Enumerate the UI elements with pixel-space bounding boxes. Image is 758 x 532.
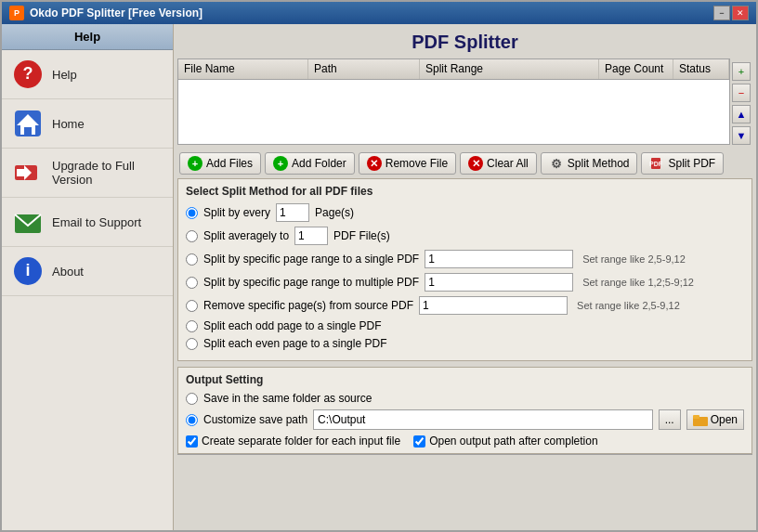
add-item-button[interactable]: +	[732, 62, 751, 81]
split-method-title: Select Split Method for all PDF files	[186, 185, 744, 198]
open-after-checkbox[interactable]	[413, 435, 425, 448]
add-files-label: Add Files	[206, 157, 253, 170]
output-path-input[interactable]	[313, 409, 653, 430]
add-folder-button[interactable]: + Add Folder	[265, 152, 355, 175]
folder-open-icon	[693, 413, 708, 426]
help-icon: ?	[13, 59, 43, 89]
toolbar: + Add Files + Add Folder ✕ Remove File ✕…	[177, 149, 752, 178]
split-single-radio[interactable]	[186, 253, 198, 266]
same-folder-row: Save in the same folder as source	[186, 392, 744, 405]
split-every-row: Split by every Page(s)	[186, 203, 744, 222]
window-title: Okdo PDF Splitter [Free Version]	[30, 6, 203, 19]
right-panel: PDF Splitter File Name Path Split Range …	[174, 24, 756, 530]
sidebar-item-upgrade[interactable]: Upgrade to Full Version	[2, 149, 173, 198]
title-bar: P Okdo PDF Splitter [Free Version] − ✕	[2, 2, 756, 24]
add-folder-label: Add Folder	[292, 157, 346, 170]
sidebar-help-label: Help	[52, 68, 77, 82]
home-icon	[13, 109, 43, 138]
customize-path-radio[interactable]	[186, 414, 198, 426]
split-average-suffix: PDF File(s)	[333, 229, 390, 242]
open-button[interactable]: Open	[686, 409, 744, 430]
svg-rect-13	[693, 415, 699, 419]
split-multiple-row: Split by specific page range to multiple…	[186, 273, 744, 292]
split-odd-radio[interactable]	[186, 320, 198, 332]
split-every-radio[interactable]	[186, 207, 198, 219]
split-pdf-label: Split PDF	[668, 157, 715, 170]
split-odd-label: Split each odd page to a single PDF	[203, 319, 381, 332]
split-even-row: Split each even page to a single PDF	[186, 337, 744, 350]
add-folder-icon: +	[273, 156, 288, 171]
split-single-hint: Set range like 2,5-9,12	[582, 253, 686, 265]
move-down-button[interactable]: ▼	[732, 126, 751, 145]
remove-pages-input[interactable]	[419, 296, 568, 315]
panel-title: PDF Splitter	[177, 28, 752, 58]
app-icon: P	[9, 6, 24, 20]
add-files-button[interactable]: + Add Files	[179, 152, 261, 175]
checkbox-row: Create separate folder for each input fi…	[186, 435, 744, 448]
split-multiple-radio[interactable]	[186, 277, 198, 289]
sidebar-item-home[interactable]: Home	[2, 99, 173, 149]
remove-pages-radio[interactable]	[186, 300, 198, 312]
col-page-count: Page Count	[599, 59, 673, 79]
sidebar-item-about[interactable]: i About	[2, 247, 173, 296]
clear-all-button[interactable]: ✕ Clear All	[460, 152, 537, 175]
sidebar-email-label: Email to Support	[52, 215, 141, 229]
split-method-section: Select Split Method for all PDF files Sp…	[177, 178, 752, 361]
col-split-range: Split Range	[420, 59, 599, 79]
split-single-label: Split by specific page range to a single…	[203, 253, 419, 266]
split-method-button[interactable]: ⚙ Split Method	[541, 152, 638, 175]
split-single-input[interactable]	[425, 250, 573, 268]
split-average-radio[interactable]	[186, 230, 198, 242]
remove-file-button[interactable]: ✕ Remove File	[359, 152, 456, 175]
split-multiple-hint: Set range like 1,2;5-9;12	[582, 277, 694, 288]
split-single-row: Split by specific page range to a single…	[186, 250, 744, 268]
col-status: Status	[673, 59, 729, 79]
split-every-input[interactable]	[276, 203, 309, 222]
split-every-label: Split by every	[203, 206, 270, 219]
minimize-button[interactable]: −	[713, 6, 730, 20]
open-after-label: Open output path after completion	[429, 435, 597, 448]
clear-all-icon: ✕	[468, 156, 483, 171]
open-after-item: Open output path after completion	[413, 435, 597, 448]
split-average-label: Split averagely to	[203, 229, 289, 242]
col-filename: File Name	[178, 59, 308, 79]
status-bar	[177, 454, 752, 474]
split-method-icon: ⚙	[549, 156, 564, 171]
create-folder-label: Create separate folder for each input fi…	[202, 435, 400, 448]
sidebar-item-email[interactable]: Email to Support	[2, 198, 173, 247]
browse-button[interactable]: ...	[659, 409, 681, 430]
create-folder-checkbox[interactable]	[186, 435, 198, 448]
file-table-header: File Name Path Split Range Page Count St…	[178, 59, 729, 80]
remove-pages-label: Remove specific page(s) from source PDF	[203, 299, 413, 312]
title-controls: − ✕	[713, 6, 749, 20]
create-folder-item: Create separate folder for each input fi…	[186, 435, 400, 448]
remove-item-button[interactable]: −	[732, 84, 751, 102]
open-label: Open	[711, 413, 738, 426]
remove-file-icon: ✕	[367, 156, 382, 171]
email-icon	[13, 207, 43, 237]
side-buttons: + − ▲ ▼	[730, 58, 752, 149]
move-up-button[interactable]: ▲	[732, 105, 751, 123]
split-pdf-icon: PDF	[649, 156, 664, 171]
close-button[interactable]: ✕	[732, 6, 749, 20]
upgrade-icon	[13, 158, 43, 188]
file-area: File Name Path Split Range Page Count St…	[177, 58, 752, 149]
split-multiple-input[interactable]	[425, 273, 573, 292]
split-even-radio[interactable]	[186, 338, 198, 350]
same-folder-radio[interactable]	[186, 393, 198, 405]
main-window: P Okdo PDF Splitter [Free Version] − ✕ H…	[0, 0, 758, 532]
svg-text:PDF: PDF	[649, 161, 663, 167]
sidebar-about-label: About	[52, 265, 84, 279]
split-average-input[interactable]	[294, 227, 328, 245]
split-odd-row: Split each odd page to a single PDF	[186, 319, 744, 332]
sidebar-item-help[interactable]: ? Help	[2, 50, 173, 99]
split-pdf-button[interactable]: PDF Split PDF	[641, 152, 724, 175]
customize-label: Customize save path	[203, 413, 307, 426]
output-section: Output Setting Save in the same folder a…	[177, 367, 752, 454]
split-average-row: Split averagely to PDF File(s)	[186, 227, 744, 245]
col-path: Path	[308, 59, 420, 79]
output-title: Output Setting	[186, 373, 744, 386]
svg-rect-4	[24, 127, 32, 135]
main-content: Help ? Help Home	[2, 24, 756, 530]
split-even-label: Split each even page to a single PDF	[203, 337, 386, 350]
